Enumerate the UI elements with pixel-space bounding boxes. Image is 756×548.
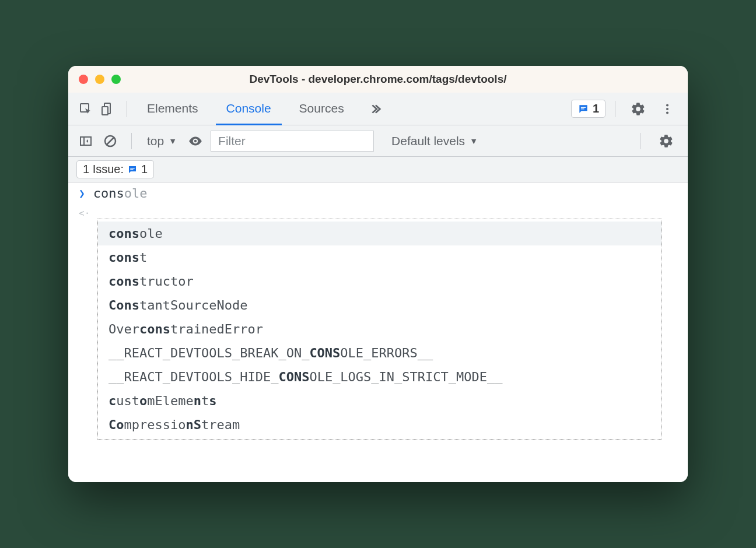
main-toolbar: Elements Console Sources 1 — [68, 93, 688, 125]
console-toolbar: top ▼ Default levels ▼ — [68, 125, 688, 157]
svg-rect-3 — [581, 107, 586, 107]
issue-chip[interactable]: 1 Issue: 1 — [76, 160, 154, 178]
close-button[interactable] — [79, 75, 88, 84]
autocomplete-item[interactable]: ConstantSourceNode — [98, 293, 662, 317]
autocomplete-item[interactable]: __REACT_DEVTOOLS_BREAK_ON_CONSOLE_ERRORS… — [98, 341, 662, 365]
filter-input[interactable] — [211, 131, 374, 152]
separator — [640, 133, 641, 149]
output-arrow-icon: <· — [79, 204, 90, 219]
prompt-arrow-icon: ❯ — [79, 187, 85, 199]
traffic-lights — [79, 75, 121, 84]
separator — [131, 133, 132, 149]
device-toggle-icon[interactable] — [99, 100, 117, 118]
svg-rect-12 — [130, 169, 133, 170]
tab-sources[interactable]: Sources — [289, 93, 355, 125]
minimize-button[interactable] — [95, 75, 104, 84]
issues-badge[interactable]: 1 — [571, 100, 606, 118]
autocomplete-item[interactable]: const — [98, 245, 662, 269]
log-levels-selector[interactable]: Default levels ▼ — [391, 134, 478, 148]
svg-point-10 — [194, 139, 197, 142]
autocomplete-item[interactable]: CompressionStream — [98, 413, 662, 437]
panel-tabs: Elements Console Sources — [136, 93, 388, 125]
issues-badge-count: 1 — [593, 102, 599, 115]
svg-point-6 — [666, 107, 668, 110]
console-sidebar-toggle-icon[interactable] — [76, 132, 95, 150]
svg-rect-8 — [80, 137, 91, 145]
chat-icon — [578, 103, 589, 115]
devtools-window: DevTools - developer.chrome.com/tags/dev… — [68, 66, 688, 482]
chat-icon — [127, 164, 138, 175]
autocomplete-list: consoleconstconstructorConstantSourceNod… — [97, 219, 662, 440]
autocomplete-item[interactable]: constructor — [98, 269, 662, 293]
window-title: DevTools - developer.chrome.com/tags/dev… — [68, 73, 688, 86]
inspect-element-icon[interactable] — [76, 100, 95, 118]
svg-rect-4 — [581, 108, 584, 109]
console-output-gutter: <· — [68, 203, 688, 219]
console-input-line[interactable]: ❯ console — [68, 182, 688, 203]
tab-console[interactable]: Console — [216, 93, 282, 125]
console-body: ❯ console <· consoleconstconstructorCons… — [68, 182, 688, 482]
svg-rect-11 — [130, 168, 135, 168]
levels-label: Default levels — [391, 134, 465, 148]
autocomplete-item[interactable]: OverconstrainedError — [98, 317, 662, 341]
caret-down-icon: ▼ — [470, 136, 478, 146]
svg-point-7 — [666, 111, 668, 114]
issue-label: 1 Issue: — [83, 163, 124, 176]
separator — [127, 101, 127, 117]
svg-point-5 — [666, 104, 668, 106]
tab-elements[interactable]: Elements — [136, 93, 209, 125]
title-bar: DevTools - developer.chrome.com/tags/dev… — [68, 66, 688, 93]
separator — [615, 101, 615, 117]
svg-rect-2 — [102, 107, 108, 115]
caret-down-icon: ▼ — [169, 136, 177, 146]
autocomplete-item[interactable]: customElements — [98, 389, 662, 413]
more-options-icon[interactable] — [655, 103, 680, 115]
console-input-text: console — [93, 186, 148, 201]
settings-icon[interactable] — [625, 101, 652, 117]
issues-row: 1 Issue: 1 — [68, 157, 688, 182]
tabs-overflow-button[interactable] — [362, 93, 388, 125]
issue-count: 1 — [141, 163, 148, 176]
live-expression-icon[interactable] — [186, 132, 205, 150]
console-settings-icon[interactable] — [653, 134, 680, 149]
context-selector[interactable]: top ▼ — [144, 134, 180, 148]
maximize-button[interactable] — [111, 75, 121, 84]
context-label: top — [147, 134, 164, 148]
autocomplete-item[interactable]: __REACT_DEVTOOLS_HIDE_CONSOLE_LOGS_IN_ST… — [98, 365, 662, 389]
autocomplete-item[interactable]: console — [98, 222, 662, 245]
clear-console-icon[interactable] — [101, 132, 120, 150]
